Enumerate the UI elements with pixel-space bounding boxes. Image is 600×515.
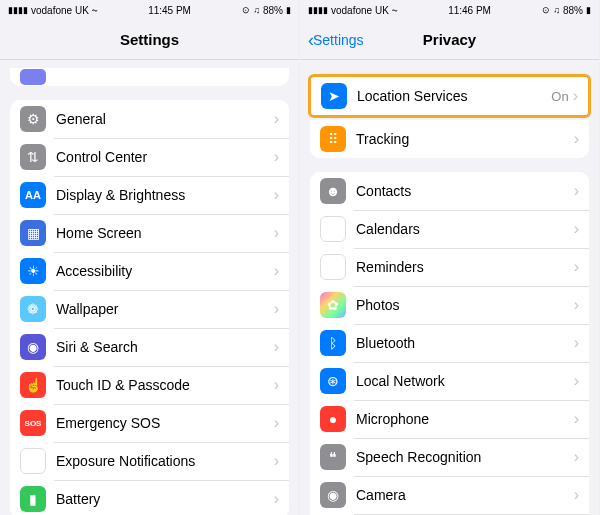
- row-bluetooth[interactable]: ᛒ Bluetooth ›: [310, 324, 589, 362]
- label: Photos: [356, 297, 574, 313]
- label: Control Center: [56, 149, 274, 165]
- back-label: Settings: [313, 32, 364, 48]
- chevron-right-icon: ›: [274, 453, 279, 469]
- label: Speech Recognition: [356, 449, 574, 465]
- photos-icon: ✿: [320, 292, 346, 318]
- row-tracking[interactable]: ⠿ Tracking ›: [310, 120, 589, 158]
- nav-title: Privacy: [423, 31, 476, 48]
- wallpaper-icon: ❁: [20, 296, 46, 322]
- privacy-list[interactable]: ➤ Location Services On › ⠿ Tracking › ☻ …: [300, 60, 599, 515]
- gear-icon: ⚙︎: [20, 106, 46, 132]
- row-accessibility[interactable]: ☀ Accessibility ›: [10, 252, 289, 290]
- alarm-icon: ⊙: [542, 5, 550, 15]
- row-location-services[interactable]: ➤ Location Services On ›: [311, 77, 588, 115]
- battery-pct: 88%: [563, 5, 583, 16]
- sos-icon: SOS: [20, 410, 46, 436]
- microphone-icon: ●: [320, 406, 346, 432]
- row-exposure-notifications[interactable]: ⌾ Exposure Notifications ›: [10, 442, 289, 480]
- signal-icon: ▮▮▮▮: [8, 5, 28, 15]
- calendar-icon: ▦: [320, 216, 346, 242]
- row-local-network[interactable]: ⊛ Local Network ›: [310, 362, 589, 400]
- chevron-right-icon: ›: [274, 415, 279, 431]
- settings-screen: ▮▮▮▮ vodafone UK ⏦ 11:45 PM ⊙ ♫ 88% ▮ Se…: [0, 0, 300, 515]
- label: Camera: [356, 487, 574, 503]
- wifi-icon: ⏦: [92, 5, 97, 15]
- clock-label: 11:45 PM: [148, 5, 191, 16]
- carrier-label: vodafone UK: [331, 5, 389, 16]
- row-home-screen[interactable]: ▦ Home Screen ›: [10, 214, 289, 252]
- label: Display & Brightness: [56, 187, 274, 203]
- location-arrow-icon: ➤: [321, 83, 347, 109]
- label: Microphone: [356, 411, 574, 427]
- label: Accessibility: [56, 263, 274, 279]
- row-control-center[interactable]: ⇅ Control Center ›: [10, 138, 289, 176]
- reminders-icon: ⠶: [320, 254, 346, 280]
- label: Touch ID & Passcode: [56, 377, 274, 393]
- chevron-right-icon: ›: [274, 187, 279, 203]
- nav-title: Settings: [120, 31, 179, 48]
- label: Home Screen: [56, 225, 274, 241]
- chevron-right-icon: ›: [574, 259, 579, 275]
- label: Emergency SOS: [56, 415, 274, 431]
- alarm-icon: ⊙: [242, 5, 250, 15]
- chevron-right-icon: ›: [274, 225, 279, 241]
- label: Bluetooth: [356, 335, 574, 351]
- chevron-right-icon: ›: [574, 373, 579, 389]
- label: Contacts: [356, 183, 574, 199]
- label: Location Services: [357, 88, 551, 104]
- headset-icon: ♫: [553, 5, 560, 15]
- row-general[interactable]: ⚙︎ General ›: [10, 100, 289, 138]
- aa-icon: AA: [20, 182, 46, 208]
- row-battery[interactable]: ▮ Battery ›: [10, 480, 289, 515]
- chevron-right-icon: ›: [574, 335, 579, 351]
- value: On: [551, 89, 568, 104]
- chevron-right-icon: ›: [274, 263, 279, 279]
- section-general: ⚙︎ General › ⇅ Control Center › AA Displ…: [10, 100, 289, 515]
- network-icon: ⊛: [320, 368, 346, 394]
- row-contacts[interactable]: ☻ Contacts ›: [310, 172, 589, 210]
- status-bar: ▮▮▮▮ vodafone UK ⏦ 11:46 PM ⊙ ♫ 88% ▮: [300, 0, 599, 20]
- status-bar: ▮▮▮▮ vodafone UK ⏦ 11:45 PM ⊙ ♫ 88% ▮: [0, 0, 299, 20]
- chevron-right-icon: ›: [574, 297, 579, 313]
- battery-icon: ▮: [286, 5, 291, 15]
- privacy-screen: ▮▮▮▮ vodafone UK ⏦ 11:46 PM ⊙ ♫ 88% ▮ ‹ …: [300, 0, 600, 515]
- row-microphone[interactable]: ● Microphone ›: [310, 400, 589, 438]
- row-display-brightness[interactable]: AA Display & Brightness ›: [10, 176, 289, 214]
- chevron-right-icon: ›: [274, 149, 279, 165]
- back-button[interactable]: ‹ Settings: [308, 31, 364, 49]
- label: Local Network: [356, 373, 574, 389]
- chevron-right-icon: ›: [274, 377, 279, 393]
- fingerprint-icon: ☝: [20, 372, 46, 398]
- row-calendars[interactable]: ▦ Calendars ›: [310, 210, 589, 248]
- row-camera[interactable]: ◉ Camera ›: [310, 476, 589, 514]
- label: Tracking: [356, 131, 574, 147]
- row-touch-id[interactable]: ☝ Touch ID & Passcode ›: [10, 366, 289, 404]
- label: General: [56, 111, 274, 127]
- chevron-right-icon: ›: [574, 183, 579, 199]
- chevron-right-icon: ›: [274, 111, 279, 127]
- camera-icon: ◉: [320, 482, 346, 508]
- settings-list[interactable]: ⚙︎ General › ⇅ Control Center › AA Displ…: [0, 60, 299, 515]
- label: Reminders: [356, 259, 574, 275]
- row-siri-search[interactable]: ◉ Siri & Search ›: [10, 328, 289, 366]
- contacts-icon: ☻: [320, 178, 346, 204]
- label: Siri & Search: [56, 339, 274, 355]
- label: Battery: [56, 491, 274, 507]
- battery-pct: 88%: [263, 5, 283, 16]
- siri-icon: ◉: [20, 334, 46, 360]
- nav-bar: Settings: [0, 20, 299, 60]
- battery-icon: ▮: [586, 5, 591, 15]
- chevron-right-icon: ›: [274, 491, 279, 507]
- label: Exposure Notifications: [56, 453, 274, 469]
- row-wallpaper[interactable]: ❁ Wallpaper ›: [10, 290, 289, 328]
- battery-icon: ▮: [20, 486, 46, 512]
- tracking-icon: ⠿: [320, 126, 346, 152]
- row-speech-recognition[interactable]: ❝ Speech Recognition ›: [310, 438, 589, 476]
- chevron-right-icon: ›: [574, 411, 579, 427]
- row-reminders[interactable]: ⠶ Reminders ›: [310, 248, 589, 286]
- virus-icon: ⌾: [20, 448, 46, 474]
- row-emergency-sos[interactable]: SOS Emergency SOS ›: [10, 404, 289, 442]
- chevron-right-icon: ›: [574, 449, 579, 465]
- row-photos[interactable]: ✿ Photos ›: [310, 286, 589, 324]
- truncated-prev-section: [10, 68, 289, 86]
